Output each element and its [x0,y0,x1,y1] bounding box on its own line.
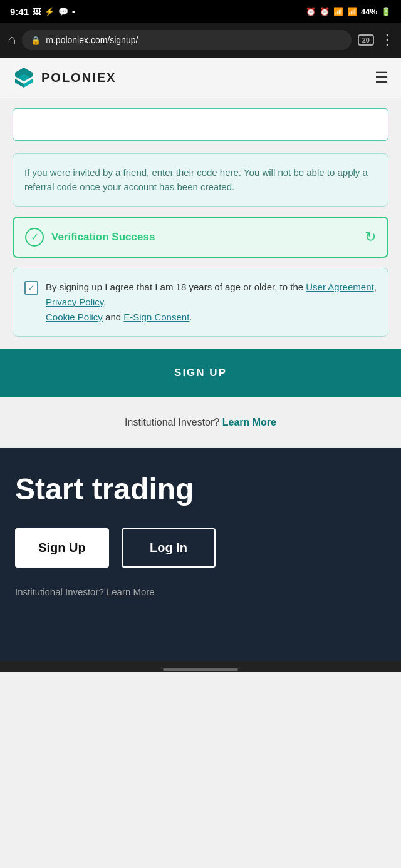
url-text: m.poloniex.com/signup/ [46,35,342,45]
agreement-box: ✓ By signing up I agree that I am 18 yea… [13,268,388,337]
logo-text: POLONIEX [41,71,116,85]
photo-icon: 🖼 [33,7,41,16]
comma2: , [103,297,106,307]
esign-consent-link[interactable]: E-Sign Consent [123,312,189,322]
browser-bar: ⌂ 🔒 m.poloniex.com/signup/ 20 ⋮ [0,23,401,58]
check-circle-icon: ✓ [25,228,44,247]
browser-menu-icon[interactable]: ⋮ [380,32,393,48]
bolt-icon: ⚡ [44,7,55,16]
status-bar: 9:41 🖼 ⚡ 💬 • ⏰ ⏰ 📶 📶 44% 🔋 [0,0,401,23]
bottom-scrollbar [0,661,401,672]
institutional-text: Institutional Investor? [125,417,219,427]
dark-buttons: Sign Up Log In [15,528,386,568]
lock-icon: 🔒 [31,36,41,45]
signup-button-section: SIGN UP [0,349,401,397]
verification-box: ✓ Verification Success ↻ [13,217,388,258]
messenger-icon: 💬 [58,7,68,16]
poloniex-logo-icon [13,66,35,89]
referral-notice-text: If you were invited by a friend, enter t… [24,167,368,192]
signup-button[interactable]: SIGN UP [13,367,388,379]
dark-institutional-link[interactable]: Learn More [107,586,155,597]
status-right: ⏰ ⏰ 📶 📶 44% 🔋 [306,7,391,16]
dark-signup-button[interactable]: Sign Up [15,528,109,568]
alarm-icon: ⏰ [306,7,316,16]
signal-icon: 📶 [347,7,357,16]
verification-text: Verification Success [51,231,155,243]
institutional-learn-more-link[interactable]: Learn More [222,417,276,427]
period: . [189,312,192,322]
agreement-text-before: By signing up I agree that I am 18 years… [46,282,306,292]
hamburger-icon[interactable]: ☰ [375,70,388,85]
dark-login-button[interactable]: Log In [122,528,216,568]
scrollbar-thumb [163,668,238,671]
start-trading-title: Start trading [15,473,386,506]
main-content: If you were invited by a friend, enter t… [0,98,401,672]
status-left: 9:41 🖼 ⚡ 💬 • [10,6,75,17]
url-bar[interactable]: 🔒 m.poloniex.com/signup/ [22,30,351,50]
comma1: , [374,282,377,292]
app-header: POLONIEX ☰ [0,58,401,98]
alarm2-icon: ⏰ [320,7,330,16]
user-agreement-link[interactable]: User Agreement [306,282,373,292]
battery-level: 44% [361,7,377,16]
referral-notice: If you were invited by a friend, enter t… [13,153,388,207]
referral-code-input[interactable] [13,108,388,141]
status-time: 9:41 [10,6,29,17]
battery-icon: 🔋 [381,7,391,16]
logo-area: POLONIEX [13,66,116,89]
and-text: and [103,312,123,322]
cookie-policy-link[interactable]: Cookie Policy [46,312,103,322]
dark-institutional-text: Institutional Investor? [15,586,104,597]
verification-left: ✓ Verification Success [25,228,155,247]
tab-count[interactable]: 20 [358,34,374,46]
referral-input-section [0,98,401,147]
home-icon[interactable]: ⌂ [8,32,16,48]
institutional-section: Institutional Investor? Learn More [0,397,401,448]
privacy-policy-link[interactable]: Privacy Policy [46,297,103,307]
agreement-text: By signing up I agree that I am 18 years… [46,280,377,325]
dark-section: Start trading Sign Up Log In Institution… [0,448,401,661]
agreement-checkbox[interactable]: ✓ [24,281,38,295]
dark-institutional: Institutional Investor? Learn More [15,586,386,597]
wifi-icon: 📶 [333,7,343,16]
dot-indicator: • [72,7,75,16]
refresh-icon[interactable]: ↻ [365,229,376,245]
